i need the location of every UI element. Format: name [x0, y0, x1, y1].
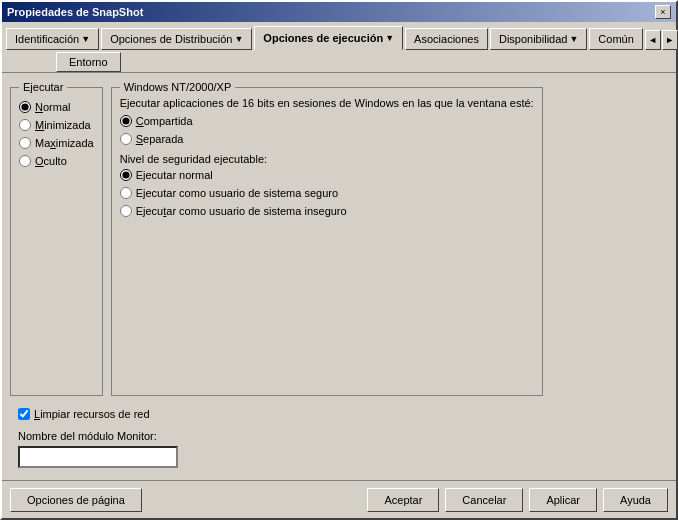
radio-minimizada-input[interactable]: [19, 119, 31, 131]
limpiar-checkbox[interactable]: [18, 408, 30, 420]
tab-identificacion-arrow: ▼: [81, 34, 90, 44]
radio-separada[interactable]: Separada: [120, 133, 534, 145]
radio-maximizada[interactable]: Maximizada: [19, 137, 94, 149]
ejecutar-group: Ejecutar Normal Minimizada Maximizada: [10, 81, 103, 396]
ejecutar-legend: Ejecutar: [19, 81, 67, 93]
top-panels: Ejecutar Normal Minimizada Maximizada: [10, 81, 668, 396]
radio-normal-label: Normal: [35, 101, 70, 113]
radio-compartida[interactable]: Compartida: [120, 115, 534, 127]
subtab-entorno[interactable]: Entorno: [56, 52, 121, 72]
accept-button[interactable]: Aceptar: [367, 488, 439, 512]
close-button[interactable]: ×: [655, 5, 671, 19]
window-title: Propiedades de SnapShot: [7, 6, 143, 18]
tab-nav-arrows: ◄ ►: [645, 30, 678, 50]
footer: Opciones de página Aceptar Cancelar Apli…: [2, 480, 676, 518]
tab-disponibilidad-arrow: ▼: [569, 34, 578, 44]
tab-identificacion-label: Identificación: [15, 33, 79, 45]
radio-separada-label: Separada: [136, 133, 184, 145]
radio-usuario-seguro[interactable]: Ejecutar como usuario de sistema seguro: [120, 187, 534, 199]
subtabs-row: Entorno: [6, 52, 672, 72]
radio-compartida-input[interactable]: [120, 115, 132, 127]
radio-oculto-label: Oculto: [35, 155, 67, 167]
page-options-button[interactable]: Opciones de página: [10, 488, 142, 512]
radio-minimizada[interactable]: Minimizada: [19, 119, 94, 131]
tab-comun-label: Común: [598, 33, 633, 45]
windows-legend: Windows NT/2000/XP: [120, 81, 236, 93]
tab-opciones-distribucion[interactable]: Opciones de Distribución ▼: [101, 28, 252, 50]
radio-ejecutar-normal-label: Ejecutar normal: [136, 169, 213, 181]
radio-compartida-label: Compartida: [136, 115, 193, 127]
radio-usuario-seguro-label: Ejecutar como usuario de sistema seguro: [136, 187, 338, 199]
help-button[interactable]: Ayuda: [603, 488, 668, 512]
security-label: Nivel de seguridad ejecutable:: [120, 153, 534, 165]
tab-asociaciones[interactable]: Asociaciones: [405, 28, 488, 50]
radio-maximizada-label: Maximizada: [35, 137, 94, 149]
limpiar-row: Limpiar recursos de red: [18, 408, 660, 420]
limpiar-label: Limpiar recursos de red: [34, 408, 150, 420]
tab-distribucion-arrow: ▼: [234, 34, 243, 44]
radio-minimizada-label: Minimizada: [35, 119, 91, 131]
ejecutar-radio-group: Normal Minimizada Maximizada Oculto: [19, 101, 94, 167]
tab-comun[interactable]: Común: [589, 28, 642, 50]
tab-opciones-distribucion-label: Opciones de Distribución: [110, 33, 232, 45]
radio-normal[interactable]: Normal: [19, 101, 94, 113]
main-window: Propiedades de SnapShot × Identificación…: [0, 0, 678, 520]
tabs-row: Identificación ▼ Opciones de Distribució…: [6, 26, 672, 50]
tab-nav-right[interactable]: ►: [662, 30, 678, 50]
tab-disponibilidad-label: Disponibilidad: [499, 33, 568, 45]
title-bar: Propiedades de SnapShot ×: [2, 2, 676, 22]
radio-maximizada-input[interactable]: [19, 137, 31, 149]
radio-usuario-inseguro[interactable]: Ejecutar como usuario de sistema insegur…: [120, 205, 534, 217]
windows-group: Windows NT/2000/XP Ejecutar aplicaciones…: [111, 81, 543, 396]
tab-asociaciones-label: Asociaciones: [414, 33, 479, 45]
cancel-button[interactable]: Cancelar: [445, 488, 523, 512]
security-radio-group: Ejecutar normal Ejecutar como usuario de…: [120, 169, 534, 217]
apply-button[interactable]: Aplicar: [529, 488, 597, 512]
radio-usuario-inseguro-label: Ejecutar como usuario de sistema insegur…: [136, 205, 347, 217]
tab-identificacion[interactable]: Identificación ▼: [6, 28, 99, 50]
module-input[interactable]: [18, 446, 178, 468]
footer-right-buttons: Aceptar Cancelar Aplicar Ayuda: [367, 488, 668, 512]
tab-ejecucion-arrow: ▼: [385, 33, 394, 43]
bottom-section: Limpiar recursos de red Nombre del módul…: [10, 404, 668, 472]
content-area: Ejecutar Normal Minimizada Maximizada: [2, 72, 676, 480]
radio-normal-input[interactable]: [19, 101, 31, 113]
radio-oculto-input[interactable]: [19, 155, 31, 167]
tab-opciones-ejecucion[interactable]: Opciones de ejecución ▼: [254, 26, 403, 50]
radio-usuario-inseguro-input[interactable]: [120, 205, 132, 217]
module-label: Nombre del módulo Monitor:: [18, 430, 660, 442]
radio-ejecutar-normal-input[interactable]: [120, 169, 132, 181]
radio-oculto[interactable]: Oculto: [19, 155, 94, 167]
subtab-entorno-label: Entorno: [69, 56, 108, 68]
session-radio-group: Compartida Separada: [120, 115, 534, 145]
tab-opciones-ejecucion-label: Opciones de ejecución: [263, 32, 383, 44]
tabs-area: Identificación ▼ Opciones de Distribució…: [2, 22, 676, 72]
radio-usuario-seguro-input[interactable]: [120, 187, 132, 199]
tab-nav-left[interactable]: ◄: [645, 30, 661, 50]
tab-disponibilidad[interactable]: Disponibilidad ▼: [490, 28, 587, 50]
windows-description: Ejecutar aplicaciones de 16 bits en sesi…: [120, 97, 534, 109]
radio-ejecutar-normal[interactable]: Ejecutar normal: [120, 169, 534, 181]
radio-separada-input[interactable]: [120, 133, 132, 145]
